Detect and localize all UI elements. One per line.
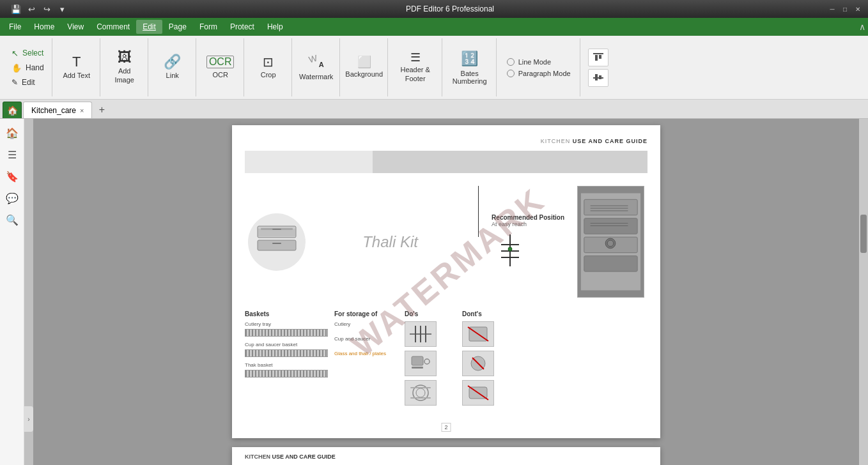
add-text-group: T Add Text — [54, 38, 100, 96]
line-mode-option[interactable]: Line Mode — [507, 58, 571, 66]
new-tab-button[interactable]: + — [93, 102, 110, 118]
donts-column: Dont's — [462, 310, 513, 409]
tab-close-button[interactable]: × — [80, 107, 84, 114]
page2-kitchen-text: KITCHEN — [245, 454, 272, 460]
line-mode-label: Line Mode — [518, 58, 551, 66]
close-button[interactable]: ✕ — [853, 4, 863, 14]
paragraph-mode-option[interactable]: Paragraph Mode — [507, 70, 571, 77]
select-tool[interactable]: ↖ Select — [9, 47, 47, 59]
menu-home[interactable]: Home — [27, 20, 61, 34]
thak-basket-bar — [245, 370, 328, 377]
quick-access-toolbar: 💾 ↩ ↪ ▾ — [5, 0, 73, 18]
edit-tool[interactable]: ✎ Edit — [9, 77, 47, 88]
align-group — [582, 38, 615, 96]
undo-icon[interactable]: ↩ — [26, 3, 37, 15]
menu-edit[interactable]: Edit — [136, 20, 162, 34]
crop-button[interactable]: ⊡ Crop — [249, 42, 288, 93]
vertical-scrollbar[interactable] — [859, 119, 868, 465]
watermark-button[interactable]: W A Watermark — [297, 42, 336, 93]
sidebar-comments-icon[interactable]: 💬 — [3, 189, 21, 207]
paragraph-mode-radio[interactable] — [507, 70, 515, 77]
title-bar: 💾 ↩ ↪ ▾ PDF Editor 6 Professional ─ □ ✕ — [0, 0, 868, 18]
page-header: KITCHEN USE AND CARE GUIDE — [245, 138, 647, 144]
mode-group: Line Mode Paragraph Mode — [498, 38, 580, 96]
background-button[interactable]: ⬜ Background — [345, 42, 384, 93]
quick-access-dropdown-icon[interactable]: ▾ — [56, 3, 68, 15]
align-top-button[interactable] — [588, 49, 608, 66]
product-image-area — [245, 186, 309, 298]
product-circle-bg — [248, 213, 306, 271]
svg-point-21 — [508, 247, 512, 251]
add-image-label: Add Image — [108, 67, 141, 84]
pdf-page-1: KITCHEN USE AND CARE GUIDE WATERMARK — [232, 125, 660, 438]
sidebar-search-icon[interactable]: 🔍 — [3, 211, 21, 229]
left-panel-toggle[interactable]: › — [24, 406, 33, 432]
select-label: Select — [22, 49, 43, 57]
donts-item-1 — [462, 321, 494, 347]
bates-icon: 🔢 — [461, 50, 478, 67]
edit-label: Edit — [22, 78, 35, 87]
menu-protect[interactable]: Protect — [224, 20, 261, 34]
page2-header: KITCHEN USE AND CARE GUIDE — [245, 454, 647, 460]
ocr-button[interactable]: OCR OCR — [201, 42, 240, 93]
sidebar-pages-icon[interactable]: ☰ — [3, 146, 21, 164]
recommended-position: Recommended Position At easy reach — [492, 186, 564, 298]
cup-saucer-label: Cup and saucer basket — [245, 342, 328, 347]
tab-name: Kitchen_care — [31, 106, 76, 115]
line-mode-radio[interactable] — [507, 58, 515, 66]
svg-rect-2 — [599, 55, 601, 59]
add-image-button[interactable]: 🖼 Add Image — [105, 42, 144, 93]
save-icon[interactable]: 💾 — [10, 3, 22, 15]
rec-pos-sub: At easy reach — [492, 221, 564, 227]
cutlery-tray-label: Cutlery tray — [245, 321, 328, 327]
menu-form[interactable]: Form — [193, 20, 224, 34]
sidebar-bookmarks-icon[interactable]: 🔖 — [3, 167, 21, 185]
background-label: Background — [345, 70, 383, 79]
dos-item-2 — [405, 351, 437, 376]
use-care-text: USE AND CARE GUIDE — [573, 138, 647, 144]
add-text-button[interactable]: T Add Text — [58, 42, 96, 93]
donts-item-3 — [462, 380, 494, 406]
cursor-icon: ↖ — [12, 49, 19, 58]
add-text-icon: T — [72, 55, 81, 69]
align-middle-button[interactable] — [588, 69, 608, 87]
home-tab-button[interactable]: 🏠 — [3, 102, 22, 118]
menu-file[interactable]: File — [3, 20, 27, 34]
crop-group: ⊡ Crop — [245, 38, 292, 96]
top-banner — [245, 151, 647, 173]
pdf-content-area[interactable]: KITCHEN USE AND CARE GUIDE WATERMARK — [33, 119, 859, 465]
minimize-button[interactable]: ─ — [827, 4, 837, 14]
svg-rect-27 — [584, 256, 637, 272]
main-content: 🏠 ☰ 🔖 💬 🔍 › KITCHEN USE AND CARE GUIDE W… — [0, 119, 868, 465]
ribbon-collapse-button[interactable]: ∧ — [859, 22, 865, 32]
svg-point-34 — [607, 240, 614, 247]
redo-icon[interactable]: ↪ — [41, 3, 52, 15]
pencil-icon: ✎ — [12, 78, 18, 87]
cup-saucer-bar — [245, 349, 328, 357]
hand-tool[interactable]: ✋ Hand — [9, 62, 47, 74]
link-button[interactable]: 🔗 Link — [153, 42, 192, 93]
edit-mode-options: Line Mode Paragraph Mode — [502, 58, 576, 77]
scroll-thumb[interactable] — [860, 215, 867, 253]
left-sidebar: 🏠 ☰ 🔖 💬 🔍 — [0, 119, 24, 465]
add-image-icon: 🖼 — [118, 50, 132, 65]
menu-help[interactable]: Help — [261, 20, 290, 34]
menu-view[interactable]: View — [61, 20, 90, 34]
window-controls: ─ □ ✕ — [827, 4, 863, 14]
storage-cup-saucer: Cup and saucer — [334, 336, 398, 342]
document-tab[interactable]: Kitchen_care × — [23, 102, 92, 118]
menu-page[interactable]: Page — [162, 20, 193, 34]
kitchen-photo-area — [577, 186, 647, 298]
donts-plate-icon — [464, 382, 492, 404]
product-title-area: Thali Kit — [315, 186, 465, 298]
hand-icon: ✋ — [12, 63, 22, 73]
link-group: 🔗 Link — [150, 38, 196, 96]
height-diagram — [492, 231, 530, 270]
donts-cup-icon — [464, 353, 492, 374]
sidebar-home-icon[interactable]: 🏠 — [3, 124, 21, 142]
menu-comment[interactable]: Comment — [90, 20, 136, 34]
maximize-button[interactable]: □ — [840, 4, 850, 14]
header-footer-label: Header & Footer — [396, 66, 435, 82]
bates-button[interactable]: 🔢 Bates Numbering — [447, 42, 492, 93]
header-footer-button[interactable]: ☰ Header & Footer — [393, 42, 438, 93]
